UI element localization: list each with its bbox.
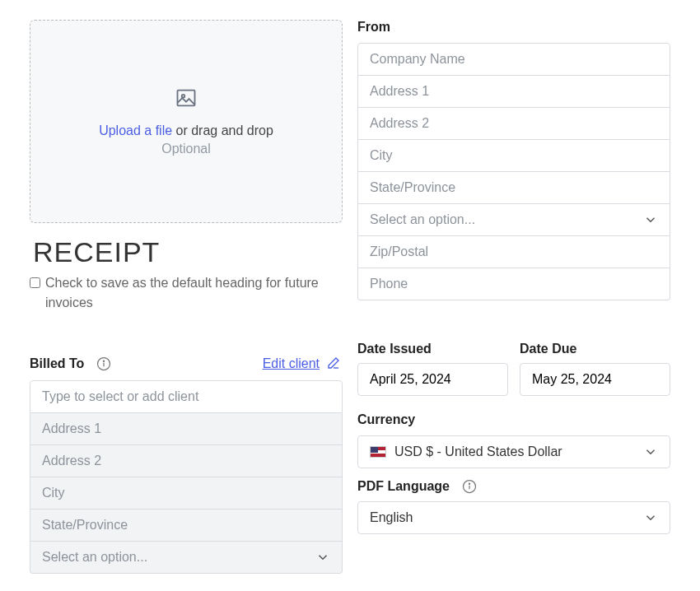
from-state-input[interactable] xyxy=(357,172,670,204)
from-phone-input[interactable] xyxy=(357,268,670,300)
from-fields: Select an option... xyxy=(357,43,670,300)
pdf-language-select[interactable]: English xyxy=(357,501,670,534)
save-heading-checkbox[interactable] xyxy=(30,277,40,288)
currency-label: Currency xyxy=(357,412,670,427)
from-city-input[interactable] xyxy=(357,140,670,172)
billed-to-label: Billed To xyxy=(30,356,84,371)
billed-country-select[interactable]: Select an option... xyxy=(30,542,343,574)
image-icon xyxy=(175,86,198,123)
upload-optional-text: Optional xyxy=(161,142,211,156)
chevron-down-icon xyxy=(315,550,330,565)
save-heading-label[interactable]: Check to save as the default heading for… xyxy=(30,273,343,313)
svg-rect-0 xyxy=(178,91,195,106)
from-company-input[interactable] xyxy=(357,43,670,76)
currency-select[interactable]: USD $ - United States Dollar xyxy=(357,435,670,468)
billed-state-input[interactable] xyxy=(30,510,343,542)
info-icon[interactable] xyxy=(96,356,112,372)
from-zip-input[interactable] xyxy=(357,236,670,268)
billed-address1-input[interactable] xyxy=(30,413,343,445)
edit-icon xyxy=(326,356,343,372)
logo-upload-dropzone[interactable]: Upload a file or drag and drop Optional xyxy=(30,20,343,223)
upload-file-link[interactable]: Upload a file xyxy=(99,123,172,137)
info-icon[interactable] xyxy=(461,478,478,495)
upload-text: Upload a file or drag and drop xyxy=(99,123,273,138)
document-heading-input[interactable] xyxy=(30,235,343,270)
chevron-down-icon xyxy=(643,444,658,459)
date-issued-input[interactable] xyxy=(357,363,508,396)
date-issued-label: Date Issued xyxy=(357,342,508,356)
edit-client-link[interactable]: Edit client xyxy=(263,356,343,372)
billed-city-input[interactable] xyxy=(30,477,343,510)
svg-point-7 xyxy=(469,483,469,484)
svg-point-4 xyxy=(104,361,105,361)
flag-us-icon xyxy=(370,446,386,458)
chevron-down-icon xyxy=(643,212,658,227)
pdf-language-label: PDF Language xyxy=(357,479,450,494)
date-due-label: Date Due xyxy=(520,342,670,356)
from-address1-input[interactable] xyxy=(357,76,670,108)
from-label: From xyxy=(357,20,670,35)
billed-to-fields: Select an option... xyxy=(30,380,343,574)
chevron-down-icon xyxy=(643,510,658,525)
date-due-input[interactable] xyxy=(520,363,670,396)
client-select-input[interactable] xyxy=(30,380,343,413)
from-address2-input[interactable] xyxy=(357,108,670,140)
billed-address2-input[interactable] xyxy=(30,445,343,477)
from-country-select[interactable]: Select an option... xyxy=(357,204,670,236)
